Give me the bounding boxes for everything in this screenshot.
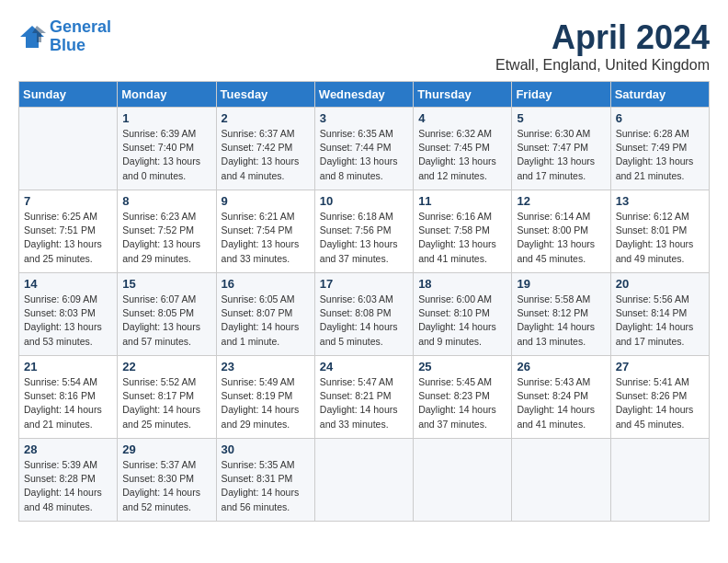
day-number: 30	[222, 442, 310, 456]
calendar-cell: 26Sunrise: 5:43 AMSunset: 8:24 PMDayligh…	[512, 356, 610, 439]
calendar-week-row: 28Sunrise: 5:39 AMSunset: 8:28 PMDayligh…	[19, 439, 710, 522]
day-info: Sunrise: 6:16 AMSunset: 7:58 PMDaylight:…	[418, 210, 506, 266]
calendar-cell: 11Sunrise: 6:16 AMSunset: 7:58 PMDayligh…	[414, 190, 512, 273]
day-number: 22	[122, 360, 210, 373]
day-info: Sunrise: 6:28 AMSunset: 7:49 PMDaylight:…	[616, 127, 704, 183]
calendar-cell: 25Sunrise: 5:45 AMSunset: 8:23 PMDayligh…	[414, 356, 512, 439]
calendar-cell	[19, 108, 118, 190]
day-info: Sunrise: 5:37 AMSunset: 8:30 PMDaylight:…	[122, 458, 210, 514]
calendar-cell: 20Sunrise: 5:56 AMSunset: 8:14 PMDayligh…	[610, 273, 709, 356]
calendar-cell: 17Sunrise: 6:03 AMSunset: 8:08 PMDayligh…	[314, 273, 413, 356]
day-number: 10	[320, 194, 408, 208]
calendar-cell: 18Sunrise: 6:00 AMSunset: 8:10 PMDayligh…	[414, 273, 512, 356]
calendar-week-row: 14Sunrise: 6:09 AMSunset: 8:03 PMDayligh…	[19, 273, 710, 356]
calendar-week-row: 7Sunrise: 6:25 AMSunset: 7:51 PMDaylight…	[19, 190, 710, 273]
calendar-cell	[610, 439, 709, 522]
day-number: 15	[122, 277, 210, 291]
day-info: Sunrise: 6:14 AMSunset: 8:00 PMDaylight:…	[517, 210, 605, 266]
day-number: 2	[222, 111, 310, 125]
day-number: 6	[616, 111, 704, 125]
calendar-header-row: SundayMondayTuesdayWednesdayThursdayFrid…	[19, 82, 710, 108]
calendar-cell: 12Sunrise: 6:14 AMSunset: 8:00 PMDayligh…	[512, 190, 610, 273]
day-number: 28	[24, 442, 112, 456]
day-info: Sunrise: 5:54 AMSunset: 8:16 PMDaylight:…	[24, 375, 112, 431]
month-title: April 2024	[495, 18, 710, 57]
calendar-cell: 24Sunrise: 5:47 AMSunset: 8:21 PMDayligh…	[314, 356, 413, 439]
calendar-cell: 30Sunrise: 5:35 AMSunset: 8:31 PMDayligh…	[216, 439, 314, 522]
day-info: Sunrise: 6:18 AMSunset: 7:56 PMDaylight:…	[320, 210, 408, 266]
location-title: Etwall, England, United Kingdom	[495, 57, 710, 74]
day-number: 17	[320, 277, 408, 291]
header: General Blue April 2024 Etwall, England,…	[18, 18, 710, 74]
calendar-cell: 16Sunrise: 6:05 AMSunset: 8:07 PMDayligh…	[216, 273, 314, 356]
day-number: 8	[122, 194, 210, 208]
calendar-cell: 8Sunrise: 6:23 AMSunset: 7:52 PMDaylight…	[118, 190, 216, 273]
calendar-table: SundayMondayTuesdayWednesdayThursdayFrid…	[18, 81, 710, 522]
day-number: 4	[418, 111, 506, 125]
day-info: Sunrise: 6:23 AMSunset: 7:52 PMDaylight:…	[122, 210, 210, 266]
day-number: 16	[222, 277, 310, 291]
day-number: 26	[517, 360, 605, 373]
day-info: Sunrise: 6:00 AMSunset: 8:10 PMDaylight:…	[418, 293, 506, 349]
calendar-cell: 9Sunrise: 6:21 AMSunset: 7:54 PMDaylight…	[216, 190, 314, 273]
day-header-thursday: Thursday	[414, 82, 512, 108]
calendar-cell: 28Sunrise: 5:39 AMSunset: 8:28 PMDayligh…	[19, 439, 118, 522]
calendar-cell: 27Sunrise: 5:41 AMSunset: 8:26 PMDayligh…	[610, 356, 709, 439]
day-info: Sunrise: 6:35 AMSunset: 7:44 PMDaylight:…	[320, 127, 408, 183]
day-number: 14	[24, 277, 112, 291]
calendar-body: 1Sunrise: 6:39 AMSunset: 7:40 PMDaylight…	[19, 108, 710, 522]
calendar-cell: 19Sunrise: 5:58 AMSunset: 8:12 PMDayligh…	[512, 273, 610, 356]
calendar-cell	[512, 439, 610, 522]
calendar-cell: 14Sunrise: 6:09 AMSunset: 8:03 PMDayligh…	[19, 273, 118, 356]
day-number: 3	[320, 111, 408, 125]
day-info: Sunrise: 5:41 AMSunset: 8:26 PMDaylight:…	[616, 375, 704, 431]
day-info: Sunrise: 5:43 AMSunset: 8:24 PMDaylight:…	[517, 375, 605, 431]
day-number: 7	[24, 194, 112, 208]
day-number: 24	[320, 360, 408, 373]
calendar-cell: 10Sunrise: 6:18 AMSunset: 7:56 PMDayligh…	[314, 190, 413, 273]
day-header-friday: Friday	[512, 82, 610, 108]
day-header-monday: Monday	[118, 82, 216, 108]
day-number: 18	[418, 277, 506, 291]
day-number: 1	[122, 111, 210, 125]
day-info: Sunrise: 6:21 AMSunset: 7:54 PMDaylight:…	[222, 210, 310, 266]
day-number: 23	[222, 360, 310, 373]
day-info: Sunrise: 6:12 AMSunset: 8:01 PMDaylight:…	[616, 210, 704, 266]
day-info: Sunrise: 5:45 AMSunset: 8:23 PMDaylight:…	[418, 375, 506, 431]
day-number: 11	[418, 194, 506, 208]
day-info: Sunrise: 5:39 AMSunset: 8:28 PMDaylight:…	[24, 458, 112, 514]
day-info: Sunrise: 5:52 AMSunset: 8:17 PMDaylight:…	[122, 375, 210, 431]
title-area: April 2024 Etwall, England, United Kingd…	[495, 18, 710, 74]
day-header-tuesday: Tuesday	[216, 82, 314, 108]
day-number: 27	[616, 360, 704, 373]
calendar-cell	[314, 439, 413, 522]
day-number: 29	[122, 442, 210, 456]
calendar-cell: 15Sunrise: 6:07 AMSunset: 8:05 PMDayligh…	[118, 273, 216, 356]
calendar-cell: 13Sunrise: 6:12 AMSunset: 8:01 PMDayligh…	[610, 190, 709, 273]
day-number: 5	[517, 111, 605, 125]
calendar-cell: 2Sunrise: 6:37 AMSunset: 7:42 PMDaylight…	[216, 108, 314, 190]
day-info: Sunrise: 6:05 AMSunset: 8:07 PMDaylight:…	[222, 293, 310, 349]
calendar-cell: 3Sunrise: 6:35 AMSunset: 7:44 PMDaylight…	[314, 108, 413, 190]
day-number: 9	[222, 194, 310, 208]
calendar-cell: 7Sunrise: 6:25 AMSunset: 7:51 PMDaylight…	[19, 190, 118, 273]
day-info: Sunrise: 6:03 AMSunset: 8:08 PMDaylight:…	[320, 293, 408, 349]
day-header-saturday: Saturday	[610, 82, 709, 108]
calendar-cell: 4Sunrise: 6:32 AMSunset: 7:45 PMDaylight…	[414, 108, 512, 190]
calendar-cell	[414, 439, 512, 522]
day-info: Sunrise: 6:09 AMSunset: 8:03 PMDaylight:…	[24, 293, 112, 349]
day-info: Sunrise: 6:30 AMSunset: 7:47 PMDaylight:…	[517, 127, 605, 183]
calendar-cell: 6Sunrise: 6:28 AMSunset: 7:49 PMDaylight…	[610, 108, 709, 190]
day-info: Sunrise: 5:35 AMSunset: 8:31 PMDaylight:…	[222, 458, 310, 514]
logo-text: General Blue	[50, 18, 111, 55]
day-info: Sunrise: 5:56 AMSunset: 8:14 PMDaylight:…	[616, 293, 704, 349]
calendar-cell: 21Sunrise: 5:54 AMSunset: 8:16 PMDayligh…	[19, 356, 118, 439]
calendar-cell: 5Sunrise: 6:30 AMSunset: 7:47 PMDaylight…	[512, 108, 610, 190]
day-info: Sunrise: 6:37 AMSunset: 7:42 PMDaylight:…	[222, 127, 310, 183]
calendar-cell: 23Sunrise: 5:49 AMSunset: 8:19 PMDayligh…	[216, 356, 314, 439]
day-number: 19	[517, 277, 605, 291]
day-info: Sunrise: 5:49 AMSunset: 8:19 PMDaylight:…	[222, 375, 310, 431]
day-header-sunday: Sunday	[19, 82, 118, 108]
calendar-week-row: 1Sunrise: 6:39 AMSunset: 7:40 PMDaylight…	[19, 108, 710, 190]
calendar-cell: 29Sunrise: 5:37 AMSunset: 8:30 PMDayligh…	[118, 439, 216, 522]
